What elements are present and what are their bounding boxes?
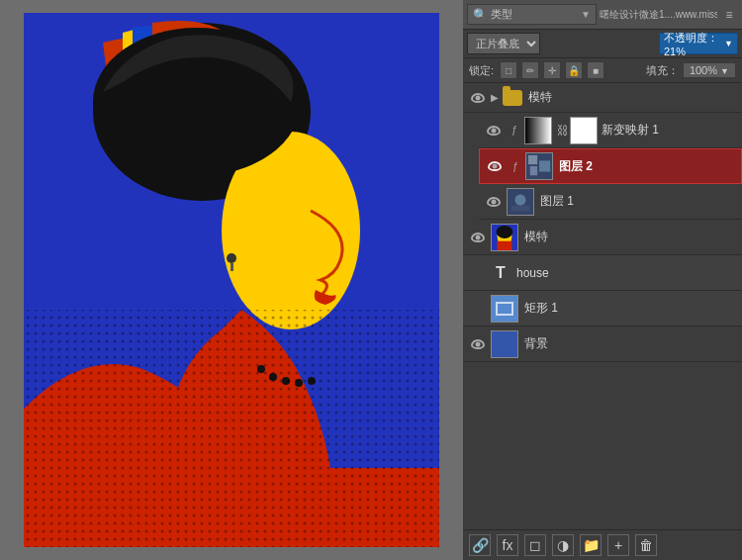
visibility-icon[interactable] (469, 335, 487, 353)
eye-symbol (471, 233, 485, 242)
opacity-input[interactable]: 不透明度：21% ▼ (659, 33, 738, 54)
lock-icons-group: □ ✏ ✛ 🔒 ■ (500, 61, 604, 79)
layer-thumbnail (507, 188, 534, 216)
lock-pixels-button[interactable]: □ (500, 61, 517, 79)
fill-label: 填充： (646, 63, 679, 78)
eye-hidden (471, 304, 485, 314)
svg-rect-19 (511, 205, 530, 211)
layer-label: house (516, 266, 736, 280)
layer-item-layer1[interactable]: 图层 1 (479, 184, 742, 220)
lock-label: 锁定: (469, 63, 494, 78)
lock-artboard-button[interactable]: 🔒 (565, 61, 583, 79)
link-icon: ƒ (508, 158, 523, 174)
link-icon: ƒ (507, 123, 522, 139)
layer-thumbnail (524, 117, 552, 144)
layer-item-mote-pixel[interactable]: 模特 (463, 220, 742, 255)
pop-art-svg (24, 13, 439, 547)
layer-item-gradient-map[interactable]: ƒ ⛓ 新变映射 1 (479, 113, 742, 148)
panel-title-text: 曙绘设计微途1....www.missy-yuan.com (600, 9, 717, 20)
blend-opacity-row: 正片叠底 不透明度：21% ▼ (463, 30, 742, 58)
svg-point-8 (227, 253, 236, 263)
visibility-icon[interactable] (485, 193, 503, 211)
opacity-wrap: 不透明度：21% ▼ (659, 33, 738, 54)
fill-input[interactable]: 100% ▼ (683, 62, 736, 78)
svg-rect-16 (530, 166, 537, 175)
svg-rect-14 (528, 155, 537, 164)
eye-hidden (471, 268, 485, 278)
eye-symbol (471, 339, 485, 349)
canvas-area (0, 0, 463, 560)
delete-layer-button[interactable]: 🗑 (635, 534, 657, 556)
layer-label: 矩形 1 (524, 300, 736, 317)
layer-item-layer2[interactable]: ƒ 图层 2 (479, 148, 742, 184)
text-type-icon: T (491, 263, 510, 283)
thumb-svg (508, 188, 533, 216)
lock-position-button[interactable]: ✛ (543, 61, 561, 79)
layer-label: 新变映射 1 (602, 122, 736, 139)
svg-rect-23 (498, 240, 512, 249)
folder-icon (503, 90, 522, 106)
panel-menu-button[interactable]: ≡ (720, 6, 738, 24)
type-label: 类型 (491, 7, 512, 22)
layers-bottom-bar: 🔗 fx ◻ ◑ 📁 + 🗑 (463, 529, 742, 560)
fx-button[interactable]: fx (497, 534, 518, 556)
dropdown-arrow-icon: ▼ (581, 9, 591, 20)
layer-label: 背景 (524, 335, 736, 352)
layers-panel: 🔍 类型 ▼ 曙绘设计微途1....www.missy-yuan.com ≡ 正… (463, 0, 742, 560)
layer-thumbnail (491, 224, 518, 251)
layer-item-house[interactable]: T house (463, 255, 742, 291)
triangle-icon: ▶ (491, 92, 499, 103)
search-icon: 🔍 (473, 8, 488, 22)
eye-dot (486, 156, 504, 174)
rect-shape (496, 302, 513, 316)
canvas-image (24, 13, 439, 547)
layer-item-group-mote[interactable]: ▶ 模特 (463, 83, 742, 113)
visibility-icon[interactable] (485, 122, 503, 140)
layer-thumbnail (525, 152, 553, 180)
visibility-icon[interactable] (469, 89, 487, 107)
fill-dropdown-icon: ▼ (720, 66, 729, 76)
svg-point-22 (497, 225, 513, 237)
new-layer-button[interactable]: + (607, 534, 629, 556)
svg-rect-12 (24, 310, 439, 547)
lock-all-button[interactable]: ■ (587, 61, 604, 79)
pop-art-bg (24, 13, 439, 547)
mask-thumbnail (570, 117, 598, 144)
visibility-icon[interactable] (486, 157, 504, 175)
lock-paint-button[interactable]: ✏ (521, 61, 539, 79)
eye-symbol (487, 126, 501, 136)
search-wrap[interactable]: 🔍 类型 ▼ (467, 4, 597, 25)
svg-rect-15 (539, 160, 550, 171)
mask-button[interactable]: ◻ (524, 534, 546, 556)
svg-rect-9 (231, 263, 233, 271)
panel-title: 曙绘设计微途1....www.missy-yuan.com (600, 7, 717, 22)
layer-label: 图层 2 (559, 158, 735, 175)
chain-icon: ⛓ (558, 117, 568, 144)
layer-label: 模特 (524, 229, 736, 245)
link-layers-button[interactable]: 🔗 (469, 534, 491, 556)
eye-symbol (471, 93, 485, 103)
layer-item-background[interactable]: 背景 (463, 327, 742, 362)
layer-label: 图层 1 (540, 193, 736, 210)
panel-title-bar: 🔍 类型 ▼ 曙绘设计微途1....www.missy-yuan.com ≡ (463, 0, 742, 30)
lock-row: 锁定: □ ✏ ✛ 🔒 ■ 填充： 100% ▼ (463, 58, 742, 83)
visibility-icon[interactable] (469, 229, 487, 246)
visibility-icon[interactable] (469, 264, 487, 282)
blend-mode-select[interactable]: 正片叠底 (467, 33, 540, 54)
layer-label: 模特 (528, 89, 736, 106)
fill-value: 100% (690, 64, 717, 76)
thumb-svg (492, 224, 517, 251)
layer-thumbnail (491, 295, 518, 323)
svg-point-18 (514, 194, 525, 205)
opacity-label: 不透明度：21% (664, 31, 724, 57)
group-button[interactable]: 📁 (580, 534, 602, 556)
layer-item-rect[interactable]: 矩形 1 (463, 291, 742, 327)
thumb-svg (526, 152, 552, 180)
layers-list: ▶ 模特 ƒ ⛓ 新变映射 1 ƒ (463, 83, 742, 529)
visibility-icon[interactable] (469, 300, 487, 318)
fill-row: 填充： 100% ▼ (646, 62, 736, 78)
eye-symbol (487, 197, 501, 207)
adjustment-button[interactable]: ◑ (552, 534, 574, 556)
opacity-dropdown-icon: ▼ (724, 39, 733, 48)
layer-thumbnail (491, 330, 518, 358)
